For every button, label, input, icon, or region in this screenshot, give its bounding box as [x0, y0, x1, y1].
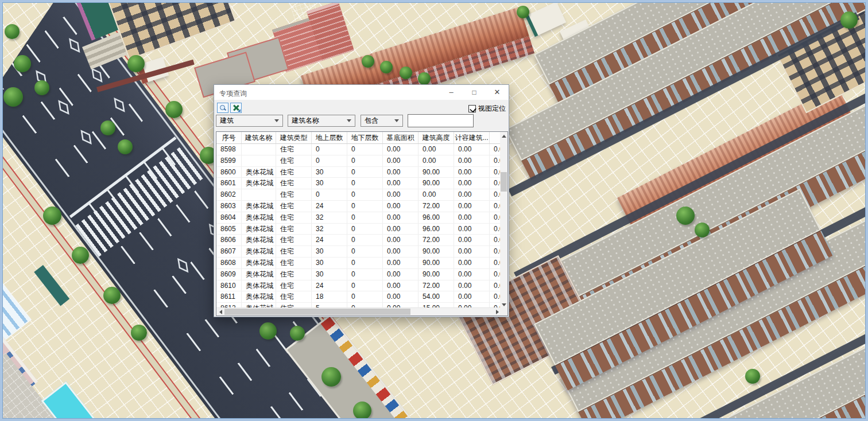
table-cell: 0.00 — [383, 212, 418, 224]
table-cell: 0.00 — [418, 155, 454, 167]
table-cell: 住宅 — [276, 291, 312, 303]
tree — [5, 24, 20, 39]
checkbox-checked-icon[interactable] — [468, 105, 476, 112]
table-cell: 96.00 — [418, 212, 454, 224]
table-cell: 0 — [347, 280, 383, 292]
application-window: 专项查询 – □ ✕ 视图定位 建筑 建筑名称 包含 序号建筑 — [0, 0, 868, 421]
table-cell: 0 — [347, 246, 383, 258]
table-cell: 0 — [347, 201, 383, 212]
scroll-left-arrow[interactable] — [216, 308, 224, 315]
tree — [127, 55, 145, 72]
search-button[interactable] — [217, 103, 228, 113]
table-cell — [242, 144, 276, 155]
table-row[interactable]: 8602住宅000.000.000.000.00 — [216, 189, 501, 201]
table-cell: 0.00 — [454, 167, 490, 178]
column-header[interactable]: 地上层数 — [312, 132, 347, 143]
table-cell: 奥体花城 — [242, 201, 276, 212]
tree — [290, 326, 305, 341]
category-value: 建筑 — [220, 116, 234, 126]
table-cell: 0.00 — [454, 144, 490, 155]
table-cell: 8607 — [216, 246, 242, 258]
table-cell: 0.00 — [454, 291, 490, 303]
column-header[interactable]: 基底面积 — [383, 132, 418, 143]
close-button[interactable]: ✕ — [486, 85, 509, 100]
table-row[interactable]: 8604奥体花城住宅3200.0096.000.000.00 — [216, 212, 501, 224]
hedge — [34, 265, 69, 306]
table-cell: 0.00 — [383, 269, 418, 280]
table-cell: 8599 — [216, 155, 242, 167]
table-cell: 0.00 — [383, 144, 418, 155]
dialog-titlebar[interactable]: 专项查询 – □ ✕ — [214, 85, 509, 100]
lane-diamond — [91, 68, 102, 83]
column-header[interactable]: 建筑名称 — [242, 132, 276, 143]
table-cell: 8598 — [216, 144, 242, 155]
column-header[interactable]: 计容建筑... — [454, 132, 490, 143]
table-cell: 54.00 — [418, 291, 454, 303]
excel-icon — [232, 104, 239, 111]
column-header[interactable]: 序号 — [216, 132, 242, 143]
table-cell: 0.00 — [454, 178, 490, 189]
table-cell: 0.00 — [383, 235, 418, 246]
export-excel-button[interactable] — [230, 103, 242, 113]
column-header[interactable]: 建 — [490, 132, 501, 143]
column-header[interactable]: 地下层数 — [347, 132, 383, 143]
vertical-scroll-thumb[interactable] — [501, 172, 507, 192]
table-cell: 0 — [312, 189, 347, 201]
table-row[interactable]: 8598住宅000.000.000.000.00 — [216, 144, 501, 155]
maximize-button[interactable]: □ — [463, 85, 486, 100]
table-cell: 8600 — [216, 167, 242, 178]
table-cell: 住宅 — [276, 246, 312, 258]
table-cell: 0 — [312, 144, 347, 155]
dialog-title: 专项查询 — [219, 89, 247, 99]
horizontal-scroll-thumb[interactable] — [224, 309, 410, 315]
column-header[interactable]: 建筑类型 — [276, 132, 312, 143]
table-cell: 8610 — [216, 280, 242, 292]
table-cell: 8602 — [216, 189, 242, 201]
table-cell: 30 — [312, 246, 347, 258]
table-cell: 90.00 — [418, 269, 454, 280]
table-cell: 0.00 — [454, 155, 490, 167]
table-cell: 24 — [312, 201, 347, 212]
table-row[interactable]: 8611奥体花城住宅1800.0054.000.000.00 — [216, 291, 501, 303]
lane-diamond — [80, 130, 91, 145]
table-row[interactable]: 8610奥体花城住宅2400.0072.000.000.00 — [216, 280, 501, 292]
minimize-button[interactable]: – — [440, 85, 463, 100]
table-header-row: 序号建筑名称建筑类型地上层数地下层数基底面积建筑高度计容建筑...建 — [216, 132, 501, 144]
column-header[interactable]: 建筑高度 — [418, 132, 454, 143]
table-row[interactable]: 8599住宅000.000.000.000.00 — [216, 155, 501, 167]
lane-diamond — [58, 100, 69, 115]
table-row[interactable]: 8605奥体花城住宅3200.0096.000.000.00 — [216, 224, 501, 235]
table-cell: 8611 — [216, 291, 242, 303]
table-cell: 0.00 — [383, 155, 418, 167]
filter-value-input[interactable] — [408, 114, 474, 127]
table-cell: 90.00 — [418, 178, 454, 189]
table-cell: 奥体花城 — [242, 291, 276, 303]
tree — [72, 247, 89, 264]
table-cell: 0 — [347, 258, 383, 269]
table-cell: 0.00 — [383, 291, 418, 303]
table-row[interactable]: 8606奥体花城住宅2400.0072.000.000.00 — [216, 235, 501, 246]
table-cell: 奥体花城 — [242, 167, 276, 178]
table-row[interactable]: 8601奥体花城住宅3000.0090.000.000.00 — [216, 178, 501, 189]
operator-value: 包含 — [365, 116, 378, 126]
table-row[interactable]: 8609奥体花城住宅3000.0090.000.000.00 — [216, 269, 501, 280]
horizontal-scrollbar[interactable] — [216, 307, 501, 315]
table-cell: 0 — [347, 189, 383, 201]
chevron-down-icon — [347, 119, 351, 122]
category-dropdown[interactable]: 建筑 — [216, 115, 283, 127]
results-table: 序号建筑名称建筑类型地上层数地下层数基底面积建筑高度计容建筑...建 8598住… — [216, 131, 508, 316]
operator-dropdown[interactable]: 包含 — [361, 115, 403, 127]
tree — [14, 55, 31, 72]
field-dropdown[interactable]: 建筑名称 — [288, 115, 355, 127]
table-row[interactable]: 8607奥体花城住宅3000.0090.000.000.00 — [216, 246, 501, 258]
tree — [259, 322, 277, 340]
table-cell: 0.00 — [383, 224, 418, 235]
table-cell: 0.00 — [454, 224, 490, 235]
table-row[interactable]: 8600奥体花城住宅3000.0090.000.000.00 — [216, 167, 501, 178]
table-cell: 0.00 — [383, 189, 418, 201]
vertical-scrollbar[interactable] — [500, 132, 507, 309]
table-row[interactable]: 8608奥体花城住宅3000.0090.000.000.00 — [216, 258, 501, 269]
table-row[interactable]: 8603奥体花城住宅2400.0072.000.000.00 — [216, 201, 501, 212]
view-locate-checkbox[interactable]: 视图定位 — [468, 104, 506, 114]
scroll-up-arrow[interactable] — [500, 132, 507, 140]
